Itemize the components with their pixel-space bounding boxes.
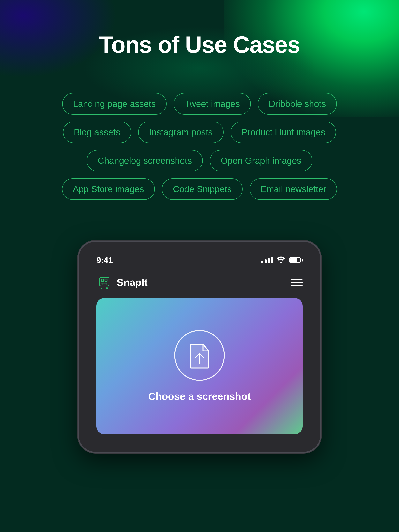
tag-instagram-posts: Instagram posts [138,121,224,143]
signal-bar-1 [261,260,264,263]
phone-mockup: 9:41 [78,241,321,453]
tag-dribbble-shots: Dribbble shots [258,93,337,114]
status-bar: 9:41 [89,252,310,271]
tag-product-hunt-images: Product Hunt images [231,121,336,143]
tag-app-store-images: App Store images [62,178,155,200]
page-title: Tons of Use Cases [99,31,300,58]
tag-tweet-images: Tweet images [174,93,251,114]
signal-bar-3 [268,258,270,263]
phone-mockup-wrapper: 9:41 [0,241,399,453]
signal-bar-2 [264,259,266,263]
wifi-icon [277,256,285,264]
battery-body [289,257,301,263]
tags-row-1: Blog assetsInstagram postsProduct Hunt i… [63,121,336,143]
status-time: 9:41 [97,255,113,265]
hamburger-line-2 [291,282,302,283]
upload-card[interactable]: Choose a screenshot [97,298,302,434]
tags-row-0: Landing page assetsTweet imagesDribbble … [62,93,337,114]
tags-row-2: Changelog screenshotsOpen Graph images [87,150,312,171]
upload-text: Choose a screenshot [148,390,251,402]
app-logo-icon [97,275,112,290]
tags-row-3: App Store imagesCode SnippetsEmail newsl… [62,178,337,200]
svg-point-9 [101,287,102,289]
app-header: SnapIt [89,271,310,298]
tag-open-graph-images: Open Graph images [210,150,312,171]
tags-container: Landing page assetsTweet imagesDribbble … [63,93,336,200]
hamburger-line-1 [291,279,302,280]
svg-rect-3 [105,279,107,282]
page-content: Tons of Use Cases Landing page assetsTwe… [0,0,399,453]
battery-icon [289,257,302,263]
tag-blog-assets: Blog assets [63,121,131,143]
hamburger-menu-icon[interactable] [291,279,302,286]
upload-circle [174,330,225,381]
tag-code-snippets: Code Snippets [162,178,243,200]
signal-bar-4 [271,257,273,263]
tag-landing-page-assets: Landing page assets [62,93,167,114]
status-icons [261,256,302,264]
battery-fill [290,258,297,262]
hamburger-line-3 [291,285,302,286]
app-logo: SnapIt [97,275,148,290]
svg-rect-1 [99,278,109,286]
svg-point-10 [106,287,108,289]
svg-rect-2 [101,279,104,282]
tag-email-newsletter: Email newsletter [250,178,337,200]
signal-icon [261,257,273,263]
tag-changelog-screenshots: Changelog screenshots [87,150,203,171]
upload-file-icon [185,341,214,370]
app-name: SnapIt [117,277,148,288]
svg-point-0 [280,262,282,263]
battery-tip [302,259,302,261]
